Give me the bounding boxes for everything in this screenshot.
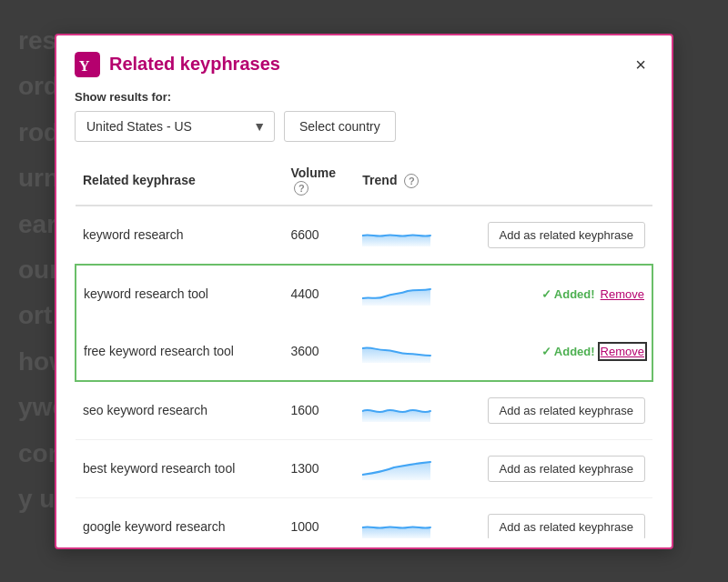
col-header-volume: Volume ?	[283, 156, 355, 206]
modal-title-row: Y Related keyphrases	[75, 52, 280, 77]
action-cell: Add as related keyphrase	[471, 439, 652, 497]
col-header-action	[471, 156, 652, 206]
volume-cell: 1300	[283, 439, 355, 497]
trend-chart	[362, 334, 435, 369]
trend-cell	[355, 381, 470, 440]
action-cell: ✓ Added!Remove	[471, 265, 652, 323]
keyphrase-cell: free keyword research tool	[76, 323, 283, 381]
trend-chart	[362, 217, 435, 253]
add-keyphrase-button[interactable]: Add as related keyphrase	[488, 456, 645, 482]
trend-cell	[355, 206, 470, 265]
modal-body: Show results for: United States - US Uni…	[56, 90, 672, 547]
add-keyphrase-button[interactable]: Add as related keyphrase	[488, 222, 645, 248]
svg-text:Y: Y	[79, 57, 90, 75]
keyphrase-cell: seo keyword research	[76, 381, 283, 440]
table-row: best keyword research tool1300 Add as re…	[76, 439, 652, 497]
trend-help-icon[interactable]: ?	[404, 174, 419, 188]
table-row: seo keyword research1600 Add as related …	[76, 381, 652, 440]
added-row: ✓ Added!Remove	[479, 287, 644, 301]
add-keyphrase-button[interactable]: Add as related keyphrase	[488, 397, 645, 424]
select-country-button[interactable]: Select country	[284, 111, 396, 142]
remove-button[interactable]: Remove	[601, 345, 644, 358]
close-button[interactable]: ×	[628, 52, 653, 77]
country-select-wrapper: United States - US United Kingdom - UK C…	[75, 111, 275, 142]
volume-cell: 4400	[283, 265, 355, 323]
added-check: ✓ Added!	[541, 345, 595, 358]
table-row: keyword research6600 Add as related keyp…	[76, 206, 652, 265]
volume-cell: 6600	[283, 206, 355, 265]
table-row: free keyword research tool3600 ✓ Added!R…	[76, 323, 652, 381]
volume-cell: 1600	[283, 381, 355, 440]
table-wrapper: Related keyphrase Volume ? Trend ?	[75, 156, 653, 538]
keyphrase-cell: keyword research	[76, 206, 283, 265]
trend-cell	[355, 439, 470, 497]
trend-chart	[362, 276, 435, 312]
table-row: keyword research tool4400 ✓ Added!Remove	[76, 265, 652, 323]
col-header-keyphrase: Related keyphrase	[76, 156, 283, 206]
added-row: ✓ Added!Remove	[479, 345, 644, 358]
action-cell: Add as related keyphrase	[471, 497, 652, 537]
action-cell: Add as related keyphrase	[471, 381, 652, 440]
add-keyphrase-button[interactable]: Add as related keyphrase	[488, 514, 645, 538]
keyphrase-cell: keyword research tool	[76, 265, 283, 323]
trend-chart	[362, 451, 435, 487]
trend-cell	[355, 323, 470, 381]
country-select[interactable]: United States - US United Kingdom - UK C…	[75, 111, 275, 142]
volume-cell: 3600	[283, 323, 355, 381]
volume-help-icon[interactable]: ?	[294, 181, 308, 196]
table-header-row: Related keyphrase Volume ? Trend ?	[76, 156, 652, 206]
keyphrase-cell: google keyword research	[76, 497, 283, 537]
modal-title: Related keyphrases	[109, 54, 280, 75]
modal-dialog: Y Related keyphrases × Show results for:…	[55, 34, 673, 549]
added-check: ✓ Added!	[541, 287, 595, 301]
yoast-icon: Y	[75, 52, 100, 77]
trend-cell	[355, 497, 470, 537]
modal-header: Y Related keyphrases ×	[56, 35, 672, 90]
trend-chart	[362, 509, 435, 538]
show-results-label: Show results for:	[75, 90, 653, 104]
action-cell: Add as related keyphrase	[471, 206, 652, 265]
action-cell: ✓ Added!Remove	[471, 323, 652, 381]
keyphrases-table: Related keyphrase Volume ? Trend ?	[75, 156, 653, 538]
trend-cell	[355, 265, 470, 323]
table-body: keyword research6600 Add as related keyp…	[76, 206, 652, 538]
col-header-trend: Trend ?	[355, 156, 470, 206]
trend-chart	[362, 393, 435, 428]
volume-cell: 1000	[283, 497, 355, 537]
table-row: google keyword research1000 Add as relat…	[76, 497, 652, 537]
remove-button[interactable]: Remove	[601, 287, 644, 301]
country-row: United States - US United Kingdom - UK C…	[75, 111, 653, 142]
keyphrase-cell: best keyword research tool	[76, 439, 283, 497]
